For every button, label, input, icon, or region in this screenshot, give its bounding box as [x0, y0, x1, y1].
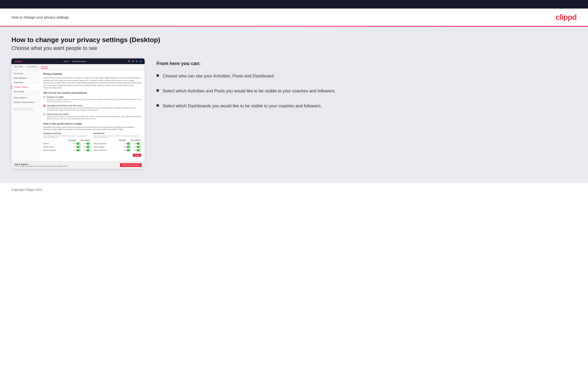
mock-tab-settings: Settings — [41, 66, 48, 69]
mock-tabs: My Profile Connections Settings — [11, 64, 145, 70]
mock-tables-row: Activities and Posts Select the types of… — [43, 132, 141, 152]
right-intro: From here you can: — [156, 61, 577, 66]
mock-radio-everyone-desc: Everyone on Clippd can search for you an… — [47, 98, 141, 103]
mock-sidebar-data: Data Integrations› — [11, 76, 40, 80]
bullet-item-1: Choose who can see your Activities, Post… — [156, 73, 577, 79]
mock-show-hide-title: Show or hide specific features in Clippd — [43, 123, 141, 125]
grid-icon: ⊞ — [132, 60, 134, 62]
logo: clippd — [556, 13, 577, 22]
content-row: clippd Home My Performance 🔍 ⊞ ⚙ 👤 My Pr… — [11, 58, 577, 169]
mock-dashboards-subtitle: Select the types of activity that you'd … — [94, 135, 141, 138]
mock-sidebar-help: Help & Support ↗ — [11, 95, 40, 100]
footer: Copyright Clippd 2022 — [0, 183, 588, 196]
mock-nav-icons: 🔍 ⊞ ⚙ 👤 — [128, 60, 142, 62]
mock-radio-followers-desc: Only approved followers and coaches you … — [47, 107, 141, 111]
main-content: How to change your privacy settings (Des… — [0, 27, 588, 183]
copyright: Copyright Clippd 2022 — [11, 188, 42, 192]
header-title: How to change your privacy settings — [11, 15, 69, 19]
mock-radio-followers: Only Approved Followers and Your Coach O… — [43, 105, 141, 111]
mock-row-player-dashboard: Player Dashboard ON ON — [94, 142, 141, 145]
settings-icon: ⚙ — [136, 60, 138, 62]
mock-radio-only-you-circle — [43, 113, 45, 116]
header: How to change your privacy settings clip… — [0, 8, 588, 26]
mock-help-desc: Visit our Clippd community to troublesho… — [14, 165, 68, 167]
mock-dashboards-title: Dashboards — [94, 132, 141, 134]
mock-row-what-to-work: What To Work On ON ON — [94, 149, 141, 152]
mock-sidebar: My Account› Data Integrations› Subscript… — [11, 70, 40, 161]
mock-visit-community-button[interactable]: Visit Our Community ↗ — [120, 163, 142, 167]
right-content: From here you can: Choose who can see yo… — [156, 58, 577, 109]
mock-help-left: Help & Support Visit our Clippd communit… — [14, 163, 68, 167]
mock-row-rounds: Rounds ON ON — [43, 142, 91, 145]
screenshot-container: clippd Home My Performance 🔍 ⊞ ⚙ 👤 My Pr… — [11, 58, 145, 169]
mock-activities-table: Activities and Posts Select the types of… — [43, 132, 91, 152]
bullet-item-3: Select which Dashboards you would like t… — [156, 103, 577, 109]
page-subheading: Choose what you want people to see — [11, 45, 577, 51]
mock-help-title: Help & Support — [14, 163, 68, 165]
mock-radio-only-you-desc: Only you and the coaches you actively co… — [47, 116, 141, 120]
mock-sidebar-version: Clippd Client Version: 2022.8.2SQL Serve… — [11, 106, 40, 112]
mock-radio-followers-label: Only Approved Followers and Your Coach — [47, 105, 141, 107]
mock-sidebar-privacy: Privacy Controls› — [11, 85, 40, 89]
bullet-square-3 — [156, 104, 159, 107]
mock-radio-everyone-label: Everyone on Clippd — [47, 96, 141, 98]
mock-nav: clippd Home My Performance 🔍 ⊞ ⚙ 👤 — [11, 58, 145, 64]
mock-who-can-see-title: Who Can See Your Activities and Dashboar… — [43, 92, 141, 94]
mock-nav-home: Home — [63, 60, 69, 62]
mock-sidebar-golfbag: My Golf Bag› — [11, 89, 40, 94]
bullet-item-2: Select which Activities and Posts you wo… — [156, 88, 577, 94]
mock-radio-only-you-label: Only You and Your Coach — [47, 113, 141, 115]
page-heading: How to change your privacy settings (Des… — [11, 36, 577, 44]
bullet-square-2 — [156, 89, 159, 92]
mock-row-drills: Practice Drills ON ON — [43, 145, 91, 149]
mock-activities-header: COACHES FOLLOWERS — [43, 139, 91, 141]
mock-save-button[interactable]: Save — [133, 154, 141, 157]
bullet-list: Choose who can see your Activities, Post… — [156, 73, 577, 109]
mock-row-round-insights: Round Insights ON ON — [94, 145, 141, 149]
mock-activities-title: Activities and Posts — [43, 132, 91, 134]
mock-sidebar-subscription: Subscription› — [11, 80, 40, 85]
mock-ui: clippd Home My Performance 🔍 ⊞ ⚙ 👤 My Pr… — [11, 58, 145, 169]
mock-activities-subtitle: Select the types of activity that you'd … — [43, 135, 91, 138]
mock-show-hide-desc: Regardless of the privacy controls that … — [43, 126, 141, 130]
bullet-text-2: Select which Activities and Posts you wo… — [163, 88, 336, 94]
mock-nav-performance: My Performance — [73, 60, 86, 62]
mock-radio-only-you: Only You and Your Coach Only you and the… — [43, 113, 141, 120]
mock-radio-group: Everyone on Clippd Everyone on Clippd ca… — [43, 96, 141, 120]
mock-dashboards-header: COACHES FOLLOWERS — [94, 139, 141, 141]
mock-nav-logo: clippd — [14, 60, 22, 63]
mock-tab-profile: My Profile — [14, 66, 23, 69]
mock-radio-followers-circle — [43, 105, 45, 107]
mock-main-area: Privacy Controls Control how you and you… — [40, 70, 145, 161]
top-bar — [0, 0, 588, 8]
mock-help-section: Help & Support Visit our Clippd communit… — [11, 161, 145, 169]
mock-body: My Account› Data Integrations› Subscript… — [11, 70, 145, 161]
bullet-square-1 — [156, 74, 159, 77]
mock-save-row: Save — [43, 154, 141, 157]
mock-sidebar-service: Service & Privacy Policy ↗ — [11, 100, 40, 105]
mock-radio-everyone-circle — [43, 96, 45, 98]
mock-row-manual: Manual Activities ON ON — [43, 149, 91, 152]
mock-tab-connections: Connections — [27, 66, 37, 69]
mock-sidebar-account: My Account› — [11, 71, 40, 76]
search-icon: 🔍 — [128, 60, 130, 62]
mock-sidebar-divider1 — [11, 94, 40, 95]
avatar: 👤 — [139, 60, 142, 62]
mock-dashboards-table: Dashboards Select the types of activity … — [94, 132, 141, 152]
bullet-text-1: Choose who can see your Activities, Post… — [163, 73, 275, 79]
bullet-text-3: Select which Dashboards you would like t… — [163, 103, 322, 109]
mock-privacy-title: Privacy Controls — [43, 73, 141, 75]
mock-radio-everyone: Everyone on Clippd Everyone on Clippd ca… — [43, 96, 141, 103]
mock-privacy-desc: Control how you and your data appears to… — [43, 77, 141, 89]
mock-nav-links: Home My Performance — [63, 60, 86, 62]
